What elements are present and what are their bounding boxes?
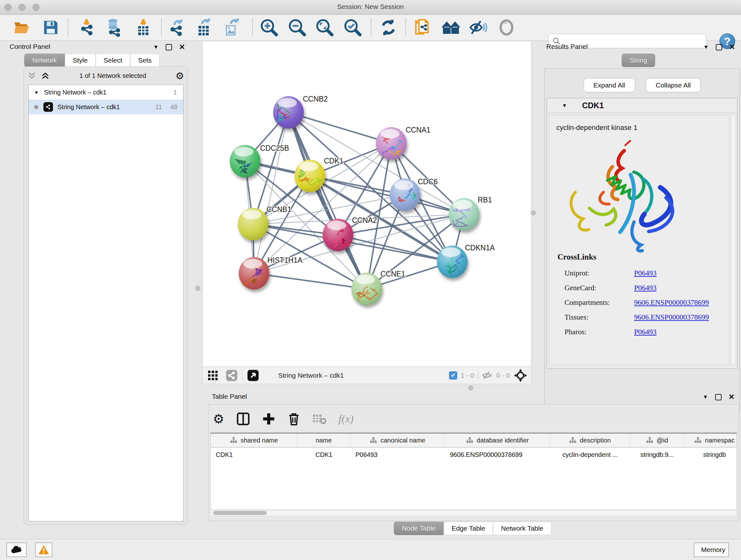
function-builder-button[interactable]: f(x) xyxy=(339,413,354,425)
tab-style[interactable]: Style xyxy=(65,54,96,67)
node-table[interactable]: shared namenamecanonical namedatabase id… xyxy=(210,433,737,509)
import-network-button[interactable] xyxy=(77,17,98,38)
export-image-button[interactable] xyxy=(221,17,242,38)
node-HIST1H1A[interactable] xyxy=(239,257,269,290)
table-cell[interactable]: CDK1 xyxy=(211,451,297,458)
network-canvas[interactable]: CCNB2CCNA1CDC25BCDK1CDC6RB1CCNB1CCNA2CDK… xyxy=(202,42,532,367)
column-header-shared-name[interactable]: shared name xyxy=(211,434,297,447)
open-session-button[interactable] xyxy=(11,17,32,38)
appearance-eye-button[interactable] xyxy=(496,17,517,38)
node-CDC25B[interactable] xyxy=(230,145,260,178)
panel-close-icon[interactable]: ✕ xyxy=(729,43,735,51)
node-CDC6[interactable] xyxy=(390,179,420,211)
panel-float-icon[interactable] xyxy=(715,394,722,400)
tab-sets[interactable]: Sets xyxy=(130,54,159,67)
node-CCNA1[interactable] xyxy=(376,127,407,160)
column-header-namespac[interactable]: namespac xyxy=(684,434,737,447)
panel-float-icon[interactable] xyxy=(165,44,172,51)
column-header-@id[interactable]: @id xyxy=(630,434,684,447)
panel-close-icon[interactable]: ✕ xyxy=(729,393,735,401)
table-options-gear-icon[interactable]: ⚙ xyxy=(213,412,224,426)
node-navigator-icon[interactable] xyxy=(514,368,528,382)
collection-expand-icon[interactable]: ▼ xyxy=(29,90,44,95)
zoom-fit-button[interactable] xyxy=(314,17,335,38)
refresh-view-button[interactable] xyxy=(378,17,399,38)
gear-icon[interactable]: ⚙ xyxy=(176,70,184,81)
left-splitter-handle[interactable] xyxy=(195,286,200,291)
table-cell[interactable]: stringdb xyxy=(684,451,737,458)
horizontal-splitter-handle[interactable] xyxy=(468,385,473,390)
node-CCNE1[interactable] xyxy=(351,273,382,305)
save-session-button[interactable] xyxy=(40,17,61,38)
node-CCNB1[interactable] xyxy=(238,208,268,240)
add-column-icon[interactable] xyxy=(262,412,275,426)
collapse-all-button[interactable]: Collapse All xyxy=(646,78,701,92)
panel-close-icon[interactable]: ✕ xyxy=(179,43,185,51)
home-panels-button[interactable] xyxy=(441,17,461,38)
scrollbar-thumb[interactable] xyxy=(213,511,267,515)
tab-network-table[interactable]: Network Table xyxy=(493,522,551,535)
selected-checkbox-icon[interactable]: ✔ xyxy=(449,371,457,380)
table-cell[interactable]: 9606.ENSP00000378699 xyxy=(445,451,550,458)
zoom-out-button[interactable] xyxy=(286,17,308,38)
memory-button[interactable]: Memory xyxy=(694,543,729,557)
crosslink-link[interactable]: 9606.ENSP00000378699 xyxy=(634,313,709,321)
edge-HIST1H1A-CCNE1[interactable] xyxy=(254,273,367,289)
column-header-description[interactable]: description xyxy=(550,434,630,447)
column-header-canonical-name[interactable]: canonical name xyxy=(350,434,445,447)
crosslink-link[interactable]: P06493 xyxy=(634,284,657,292)
network-collection-row[interactable]: ▼ String Network – cdk1 1 xyxy=(29,85,183,100)
panel-float-icon[interactable] xyxy=(716,44,722,51)
cloud-button[interactable] xyxy=(6,543,27,557)
hide-unhide-button[interactable] xyxy=(468,17,489,38)
warnings-button[interactable] xyxy=(35,543,52,557)
crosslink-link[interactable]: P06493 xyxy=(634,269,657,277)
zoom-in-button[interactable] xyxy=(259,17,280,38)
expand-all-button[interactable]: Expand All xyxy=(584,78,635,92)
column-header-database-identifier[interactable]: database identifier xyxy=(445,434,550,447)
section-collapse-icon[interactable]: ▼ xyxy=(547,103,582,109)
export-network-button[interactable] xyxy=(166,17,188,38)
panel-menu-icon[interactable]: ▼ xyxy=(153,44,158,51)
table-row[interactable]: CDK1CDK1P064939606.ENSP00000378699cyclin… xyxy=(211,448,737,462)
zoom-selected-button[interactable] xyxy=(342,17,363,38)
gene-details: cyclin-dependent kinase 1 xyxy=(549,115,730,365)
column-header-name[interactable]: name xyxy=(297,434,350,447)
crosslink-link[interactable]: P06493 xyxy=(634,328,657,336)
table-cell[interactable]: P06493 xyxy=(350,451,445,458)
node-CCNB2[interactable] xyxy=(273,96,304,129)
node-CDK1[interactable] xyxy=(294,160,325,192)
show-columns-icon[interactable] xyxy=(237,412,250,426)
birds-eye-view-icon[interactable] xyxy=(247,369,259,381)
tab-network[interactable]: Network xyxy=(24,54,65,67)
table-cell[interactable]: cyclin-dependent ... xyxy=(550,451,630,458)
node-CCNA2[interactable] xyxy=(323,219,353,251)
results-scrollbar[interactable] xyxy=(731,115,736,365)
panel-menu-icon[interactable]: ▼ xyxy=(703,394,708,400)
clone-network-button[interactable] xyxy=(412,17,433,38)
table-cell[interactable]: stringdb:9... xyxy=(630,451,684,458)
string-view-icon[interactable] xyxy=(226,369,238,381)
node-CDKN1A[interactable] xyxy=(437,246,468,278)
crosslink-link[interactable]: 9606.ENSP00000378699 xyxy=(634,299,709,307)
expand-all-icon[interactable] xyxy=(41,71,50,80)
edge-CCNA2-CDKN1A[interactable] xyxy=(338,235,452,262)
tab-string[interactable]: String xyxy=(622,54,655,67)
table-horizontal-scrollbar[interactable] xyxy=(210,510,737,516)
table-cell[interactable]: CDK1 xyxy=(297,451,350,458)
tab-edge-table[interactable]: Edge Table xyxy=(444,522,493,535)
panel-menu-icon[interactable]: ▼ xyxy=(703,44,709,51)
node-label-CCNB1: CCNB1 xyxy=(266,205,291,213)
network-row[interactable]: String Network – cdk1 11 48 xyxy=(29,100,183,114)
collapse-all-icon[interactable] xyxy=(27,71,37,80)
tab-node-table[interactable]: Node Table xyxy=(394,522,444,535)
import-network-from-database-button[interactable] xyxy=(104,17,125,38)
edge-CCNB2-HIST1H1A[interactable] xyxy=(254,112,288,273)
import-table-button[interactable] xyxy=(133,17,154,38)
edge-CCNB2-CCNA1[interactable] xyxy=(288,112,391,143)
delete-column-icon[interactable] xyxy=(287,412,300,426)
tab-select[interactable]: Select xyxy=(96,54,130,67)
export-table-button[interactable] xyxy=(193,17,214,38)
node-RB1[interactable] xyxy=(449,198,479,231)
grid-view-icon[interactable] xyxy=(207,370,219,381)
